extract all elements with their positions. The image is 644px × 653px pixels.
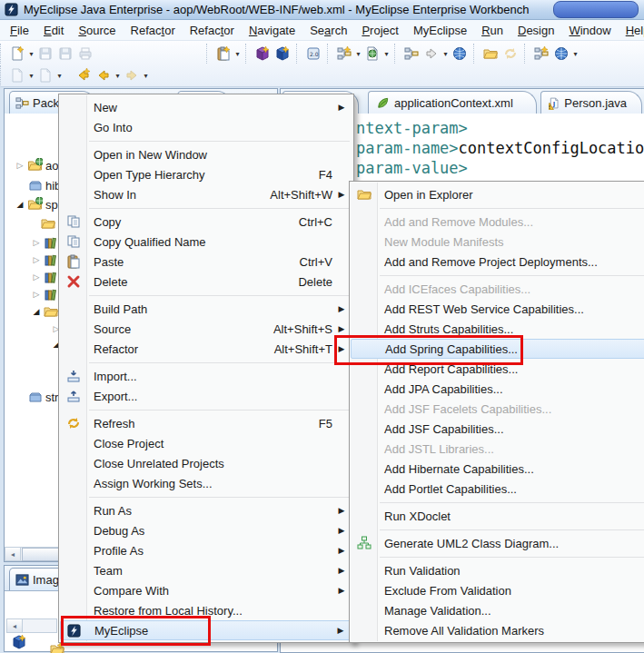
print-button[interactable] bbox=[75, 44, 95, 64]
last-edit-location-button[interactable] bbox=[74, 65, 94, 85]
tree-item-struts-project[interactable]: str bbox=[28, 389, 58, 405]
scroll-left-arrow-icon[interactable]: ◂ bbox=[5, 548, 21, 560]
expander-expanded-icon[interactable]: ◢ bbox=[15, 200, 25, 209]
menu-item-open-type-hierarchy[interactable]: Open Type HierarchyF4 bbox=[60, 164, 352, 184]
tree-item-aop-project[interactable]: ▷ ao bbox=[15, 157, 58, 173]
menu-edit[interactable]: Edit bbox=[36, 22, 71, 39]
menu-help[interactable]: Help bbox=[619, 22, 644, 39]
menu-item-close-project[interactable]: Close Project bbox=[60, 433, 352, 453]
menu-refactor-1[interactable]: Refactor bbox=[124, 22, 183, 39]
new-package-button[interactable] bbox=[362, 44, 382, 64]
dropdown-arrow-icon[interactable]: ▾ bbox=[354, 50, 362, 58]
menu-item-open-in-new-window[interactable]: Open in New Window bbox=[60, 144, 352, 164]
menu-search[interactable]: Search bbox=[302, 22, 354, 39]
menu-item-source[interactable]: SourceAlt+Shift+S▶ bbox=[60, 319, 352, 339]
run-last-tool-button[interactable] bbox=[7, 65, 27, 85]
tree-item-spring-project[interactable]: ◢ sp bbox=[15, 196, 58, 213]
preview-browser-button[interactable] bbox=[551, 44, 571, 64]
dropdown-arrow-icon[interactable]: ▾ bbox=[142, 72, 150, 80]
menu-window[interactable]: Window bbox=[561, 22, 618, 39]
submenu-item-add-remove-project-deployments[interactable]: Add and Remove Project Deployments... bbox=[351, 252, 644, 272]
menu-item-assign-working-sets[interactable]: Assign Working Sets... bbox=[60, 473, 352, 493]
submenu-item-remove-all-validation-markers[interactable]: Remove All Validation Markers bbox=[351, 620, 644, 640]
scroll-left-arrow-icon[interactable]: ◂ bbox=[7, 619, 23, 632]
title-bar[interactable]: MyEclipse Java Enterprise - aop/WebRoot/… bbox=[0, 0, 644, 20]
tab-applicationcontext[interactable]: applicationContext.xml bbox=[368, 91, 537, 114]
menu-run[interactable]: Run bbox=[474, 22, 510, 39]
new-web-project-button[interactable] bbox=[272, 44, 292, 64]
expander-collapsed-icon[interactable]: ▷ bbox=[15, 161, 25, 170]
image-view-hscrollbar[interactable]: ◂ bbox=[6, 618, 57, 633]
open-resource-button[interactable] bbox=[481, 44, 500, 64]
dropdown-arrow-icon[interactable]: ▾ bbox=[382, 50, 391, 58]
debug-last-tool-button[interactable] bbox=[35, 65, 55, 85]
tree-item-src-folder[interactable] bbox=[41, 215, 55, 232]
dropdown-arrow-icon[interactable]: ▾ bbox=[114, 72, 122, 80]
submenu-item-add-jpa[interactable]: Add JPA Capabilities... bbox=[351, 379, 644, 399]
submenu-item-open-in-explorer[interactable]: Open in Explorer bbox=[351, 184, 644, 204]
menu-item-run-as[interactable]: Run As▶ bbox=[60, 500, 352, 520]
menu-item-profile-as[interactable]: Profile As▶ bbox=[60, 540, 352, 560]
submenu-item-add-portlet[interactable]: Add Portlet Capabilities... bbox=[351, 479, 644, 499]
dropdown-arrow-icon[interactable]: ▾ bbox=[55, 72, 64, 80]
menu-item-close-unrelated-projects[interactable]: Close Unrelated Projects bbox=[60, 453, 352, 473]
submenu-item-run-validation[interactable]: Run Validation bbox=[351, 560, 644, 580]
expander-collapsed-icon[interactable]: ▷ bbox=[32, 272, 41, 282]
menu-item-compare-with[interactable]: Compare With▶ bbox=[60, 580, 352, 600]
new-file-button[interactable] bbox=[7, 44, 27, 64]
menu-myeclipse[interactable]: MyEclipse bbox=[406, 22, 474, 39]
tree-item-library-4[interactable]: ▷ bbox=[32, 286, 58, 302]
menu-item-import[interactable]: Import... bbox=[60, 366, 352, 386]
new-class-button[interactable] bbox=[334, 44, 354, 64]
back-button[interactable] bbox=[94, 65, 114, 85]
expander-expanded-icon[interactable]: ◢ bbox=[32, 307, 41, 316]
tree-item-library-1[interactable]: ▷ bbox=[32, 234, 58, 251]
submenu-item-add-rest[interactable]: Add REST Web Service Capabilities... bbox=[351, 299, 644, 319]
submenu-item-run-xdoclet[interactable]: Run XDoclet bbox=[351, 506, 644, 526]
dropdown-arrow-icon[interactable]: ▾ bbox=[441, 50, 450, 58]
forward-button[interactable] bbox=[122, 65, 142, 85]
menu-file[interactable]: File bbox=[3, 22, 36, 39]
menu-project[interactable]: Project bbox=[354, 22, 405, 39]
menu-design[interactable]: Design bbox=[510, 22, 561, 39]
tree-item-library-2[interactable]: ▷ bbox=[32, 252, 58, 268]
dropdown-arrow-icon[interactable]: ▾ bbox=[233, 50, 242, 58]
menu-navigate[interactable]: Navigate bbox=[242, 22, 302, 39]
run-server-button[interactable] bbox=[421, 44, 441, 64]
dropdown-arrow-icon[interactable]: ▾ bbox=[27, 72, 35, 80]
tab-personjava[interactable]: Person.java bbox=[540, 91, 642, 114]
menu-item-debug-as[interactable]: Debug As▶ bbox=[60, 520, 352, 540]
menu-item-copy[interactable]: CopyCtrl+C bbox=[60, 212, 352, 232]
tree-item-hibernate-project[interactable]: hib bbox=[28, 177, 61, 193]
deploy-server-button[interactable] bbox=[401, 44, 421, 64]
save-all-button[interactable] bbox=[55, 44, 75, 64]
expander-collapsed-icon[interactable]: ▷ bbox=[32, 290, 41, 299]
sync-button[interactable] bbox=[500, 44, 520, 64]
menu-item-build-path[interactable]: Build Path▶ bbox=[60, 299, 352, 319]
menu-item-export[interactable]: Export... bbox=[60, 386, 352, 406]
menu-item-team[interactable]: Team▶ bbox=[60, 560, 352, 580]
expander-collapsed-icon[interactable]: ▷ bbox=[32, 238, 41, 247]
report-design-button[interactable] bbox=[531, 44, 551, 64]
submenu-item-exclude-from-validation[interactable]: Exclude From Validation bbox=[351, 580, 644, 600]
new-ejb-project-button[interactable] bbox=[253, 44, 272, 64]
menu-item-refresh[interactable]: RefreshF5 bbox=[60, 413, 352, 433]
expander-collapsed-icon[interactable]: ▷ bbox=[32, 255, 41, 264]
web-browser-button[interactable] bbox=[450, 44, 470, 64]
save-button[interactable] bbox=[35, 44, 55, 64]
menu-source[interactable]: Source bbox=[71, 22, 123, 39]
submenu-item-add-jsf[interactable]: Add JSF Capabilities... bbox=[351, 419, 644, 439]
tree-item-webroot-folder[interactable]: ◢ bbox=[32, 303, 58, 320]
new-wizard-button[interactable] bbox=[213, 44, 233, 64]
submenu-item-manage-validation[interactable]: Manage Validation... bbox=[351, 600, 644, 620]
tree-item-library-3[interactable]: ▷ bbox=[32, 269, 58, 285]
dropdown-arrow-icon[interactable]: ▾ bbox=[27, 50, 35, 58]
menu-item-go-into[interactable]: Go Into bbox=[60, 117, 352, 137]
menu-item-delete[interactable]: DeleteDelete bbox=[60, 272, 352, 292]
dropdown-arrow-icon[interactable]: ▾ bbox=[571, 50, 580, 58]
menu-item-refactor[interactable]: RefactorAlt+Shift+T▶ bbox=[60, 339, 352, 359]
submenu-item-add-hibernate[interactable]: Add Hibernate Capabilities... bbox=[351, 459, 644, 479]
menu-refactor-2[interactable]: Refactor bbox=[183, 22, 242, 39]
javaee-perspective-button[interactable] bbox=[303, 44, 323, 64]
menu-item-show-in[interactable]: Show InAlt+Shift+W▶ bbox=[60, 184, 352, 204]
